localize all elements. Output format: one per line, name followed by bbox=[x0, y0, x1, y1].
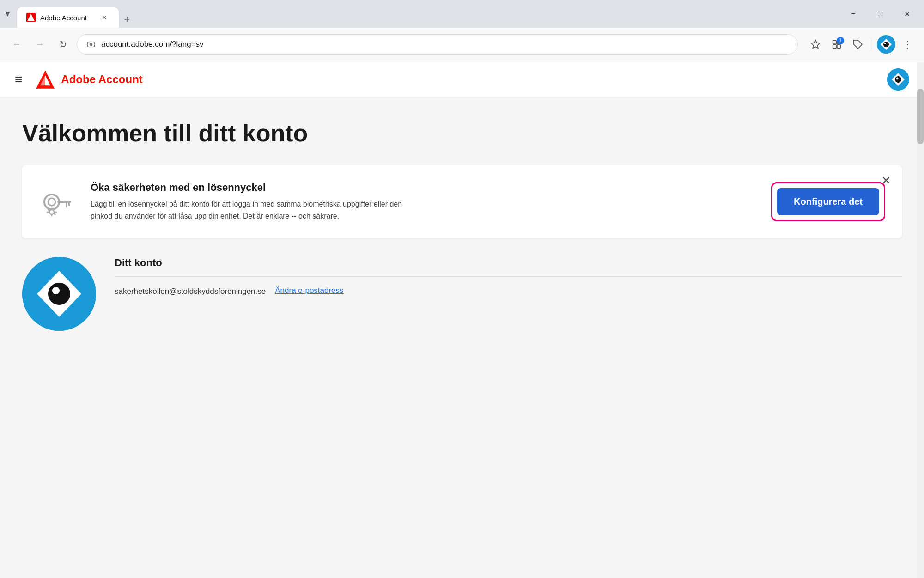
scrollbar-thumb[interactable] bbox=[917, 89, 924, 144]
tab-bar: Adobe Account ✕ + bbox=[17, 0, 838, 28]
extension-button[interactable]: 1 bbox=[827, 35, 846, 54]
tab-close-button[interactable]: ✕ bbox=[99, 12, 109, 23]
account-email: sakerhetskollen@stoldskyddsforeningen.se bbox=[115, 286, 266, 297]
window-controls-left: ▾ bbox=[6, 9, 10, 19]
nav-actions: 1 ⋮ bbox=[806, 35, 917, 54]
scrollbar[interactable] bbox=[917, 61, 924, 578]
svg-point-34 bbox=[52, 287, 60, 294]
svg-rect-5 bbox=[833, 44, 836, 48]
card-description: Lägg till en lösennyckel på ditt konto f… bbox=[91, 198, 414, 222]
account-divider bbox=[115, 276, 902, 277]
svg-rect-6 bbox=[837, 44, 840, 48]
address-text: account.adobe.com/?lang=sv bbox=[101, 40, 789, 49]
extensions-puzzle-button[interactable] bbox=[849, 35, 867, 54]
page-content: ≡ Adobe Account bbox=[0, 61, 924, 578]
card-close-button[interactable]: ✕ bbox=[881, 174, 891, 187]
adobe-logo: Adobe Account bbox=[35, 69, 142, 90]
security-card: ✕ bbox=[22, 165, 902, 238]
adobe-body: Välkommen till ditt konto ✕ bbox=[0, 98, 924, 578]
extension-badge: 1 bbox=[837, 37, 844, 44]
more-button[interactable]: ⋮ bbox=[898, 35, 917, 54]
svg-point-24 bbox=[49, 210, 54, 214]
security-icon bbox=[85, 39, 97, 50]
active-tab[interactable]: Adobe Account ✕ bbox=[17, 7, 119, 28]
dropdown-arrow[interactable]: ▾ bbox=[6, 9, 10, 19]
header-profile-button[interactable] bbox=[887, 68, 909, 91]
account-info: Ditt konto sakerhetskollen@stoldskyddsfo… bbox=[115, 257, 902, 297]
configure-button-wrapper: Konfigurera det bbox=[771, 182, 885, 221]
svg-point-19 bbox=[44, 195, 59, 209]
passkey-icon bbox=[39, 183, 76, 220]
user-avatar bbox=[22, 257, 96, 331]
tab-favicon bbox=[26, 13, 36, 22]
card-title: Öka säkerheten med en lösennyckel bbox=[91, 182, 756, 194]
tab-title: Adobe Account bbox=[40, 14, 95, 22]
header-profile bbox=[887, 68, 909, 91]
account-email-row: sakerhetskollen@stoldskyddsforeningen.se… bbox=[115, 286, 902, 297]
close-button[interactable]: ✕ bbox=[895, 6, 918, 22]
adobe-logo-icon bbox=[35, 69, 55, 90]
svg-point-18 bbox=[896, 77, 899, 79]
adobe-header: ≡ Adobe Account bbox=[0, 61, 924, 98]
adobe-logo-text: Adobe Account bbox=[61, 73, 142, 86]
svg-point-10 bbox=[883, 42, 889, 47]
address-bar[interactable]: account.adobe.com/?lang=sv bbox=[77, 34, 798, 55]
refresh-button[interactable]: ↻ bbox=[54, 35, 72, 54]
minimize-button[interactable]: − bbox=[842, 6, 865, 22]
account-label: Ditt konto bbox=[115, 257, 902, 269]
browser-profile-button[interactable] bbox=[877, 35, 895, 54]
new-tab-button[interactable]: + bbox=[119, 11, 135, 28]
svg-point-17 bbox=[895, 76, 901, 83]
account-section: Ditt konto sakerhetskollen@stoldskyddsfo… bbox=[22, 257, 902, 331]
svg-marker-0 bbox=[27, 14, 35, 21]
nav-bar: ← → ↻ account.adobe.com/?lang=sv bbox=[0, 28, 924, 61]
change-email-link[interactable]: Ändra e-postadress bbox=[275, 286, 343, 295]
browser-window: ▾ Adobe Account ✕ + − □ ✕ ← → bbox=[0, 0, 924, 578]
svg-rect-3 bbox=[833, 40, 836, 43]
adobe-page: ≡ Adobe Account bbox=[0, 61, 924, 578]
bookmark-button[interactable] bbox=[806, 35, 825, 54]
forward-button[interactable]: → bbox=[30, 35, 49, 54]
restore-button[interactable]: □ bbox=[869, 6, 892, 22]
svg-line-27 bbox=[49, 209, 50, 211]
svg-point-11 bbox=[884, 43, 886, 44]
page-title: Välkommen till ditt konto bbox=[22, 120, 902, 146]
window-controls-right: − □ ✕ bbox=[842, 6, 918, 22]
configure-button[interactable]: Konfigurera det bbox=[777, 188, 879, 215]
nav-separator bbox=[872, 38, 872, 51]
title-bar: ▾ Adobe Account ✕ + − □ ✕ bbox=[0, 0, 924, 28]
svg-point-2 bbox=[91, 44, 91, 45]
svg-line-28 bbox=[54, 213, 55, 215]
hamburger-menu[interactable]: ≡ bbox=[15, 72, 22, 87]
card-text: Öka säkerheten med en lösennyckel Lägg t… bbox=[91, 182, 756, 222]
svg-point-33 bbox=[48, 283, 70, 305]
svg-point-20 bbox=[48, 198, 55, 206]
back-button[interactable]: ← bbox=[7, 35, 26, 54]
